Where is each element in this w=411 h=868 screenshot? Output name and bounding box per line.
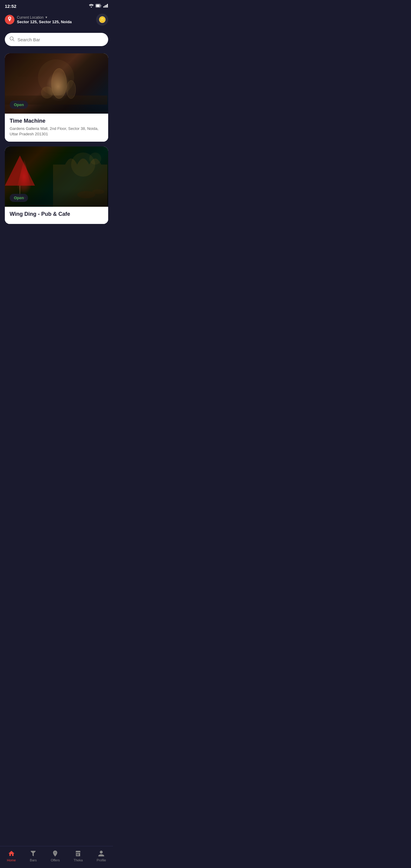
- svg-rect-2: [96, 4, 100, 7]
- status-icons: [89, 4, 108, 8]
- svg-rect-3: [103, 6, 104, 7]
- location-pin-icon: [5, 15, 14, 24]
- svg-marker-16: [5, 156, 35, 186]
- svg-line-8: [13, 40, 14, 41]
- battery-icon: [96, 4, 101, 8]
- restaurant-card-1[interactable]: Open Time Machine Gardens Galleria Mall,…: [5, 53, 108, 142]
- search-icon: [10, 36, 14, 42]
- search-container: [0, 30, 113, 51]
- svg-rect-5: [106, 5, 107, 7]
- location-address: Sector 125, Sector 125, Noida: [17, 20, 72, 24]
- coins-icon: 🪙: [98, 16, 106, 23]
- location-container[interactable]: Current Location ▼ Sector 125, Sector 12…: [5, 15, 72, 24]
- header: Current Location ▼ Sector 125, Sector 12…: [0, 11, 113, 30]
- svg-point-13: [38, 59, 74, 96]
- signal-icon: [103, 4, 108, 8]
- restaurant-name-1: Time Machine: [10, 118, 103, 124]
- search-bar[interactable]: [5, 33, 108, 46]
- status-time: 12:52: [5, 4, 16, 9]
- coins-button[interactable]: 🪙: [96, 13, 108, 26]
- card-content-1: Time Machine Gardens Galleria Mall, 2nd …: [5, 114, 108, 142]
- svg-rect-6: [107, 4, 108, 7]
- open-badge-1: Open: [10, 101, 28, 109]
- search-input[interactable]: [18, 37, 103, 42]
- card-image-container-1: Open: [5, 53, 108, 114]
- svg-point-20: [89, 153, 101, 164]
- card-content-2: Wing Ding - Pub & Cafe: [5, 207, 108, 224]
- svg-rect-4: [104, 5, 105, 7]
- location-label: Current Location ▼: [17, 16, 72, 20]
- restaurant-card-2[interactable]: Open Wing Ding - Pub & Cafe: [5, 147, 108, 224]
- location-text: Current Location ▼ Sector 125, Sector 12…: [17, 16, 72, 24]
- open-badge-2: Open: [10, 194, 28, 202]
- svg-point-15: [92, 189, 104, 194]
- content-area: Open Time Machine Gardens Galleria Mall,…: [0, 51, 113, 251]
- chevron-down-icon: ▼: [45, 16, 48, 19]
- restaurant-address-1: Gardens Galleria Mall, 2nd Floor, Sector…: [10, 126, 103, 137]
- wifi-icon: [89, 4, 94, 8]
- status-bar: 12:52: [0, 0, 113, 11]
- card-image-container-2: Open: [5, 147, 108, 207]
- restaurant-name-2: Wing Ding - Pub & Cafe: [10, 211, 103, 217]
- svg-point-14: [77, 191, 95, 198]
- svg-point-0: [91, 7, 92, 7]
